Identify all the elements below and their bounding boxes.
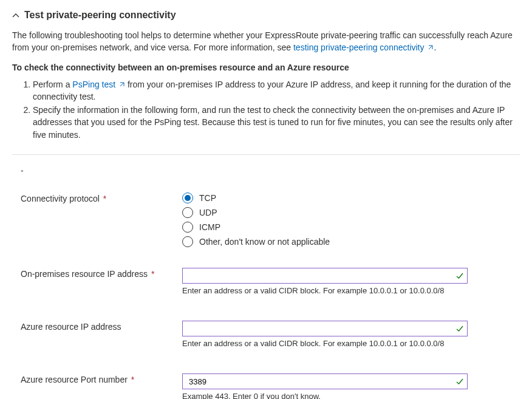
label-protocol: Connectivity protocol * <box>21 193 182 203</box>
radio-icmp[interactable]: ICMP <box>182 222 468 233</box>
row-protocol: Connectivity protocol * TCP UDP ICMP Oth… <box>21 193 511 251</box>
step-1: Perform a PsPing test from your on-premi… <box>33 78 520 103</box>
radio-icon <box>182 193 193 203</box>
section-header: Test private-peering connectivity <box>12 10 520 21</box>
intro-text-prefix: The following troubleshooting tool helps… <box>12 30 513 52</box>
row-azure-ip: Azure resource IP address Enter an addre… <box>21 321 511 348</box>
intro-text-suffix: . <box>434 43 436 52</box>
form-panel: - Connectivity protocol * TCP UDP ICMP O… <box>12 154 520 399</box>
intro-paragraph: The following troubleshooting tool helps… <box>12 29 520 54</box>
hint-onprem-ip: Enter an address or a valid CIDR block. … <box>182 286 468 295</box>
external-link-icon <box>428 41 434 47</box>
steps-list: Perform a PsPing test from your on-premi… <box>12 78 520 141</box>
row-azure-port: Azure resource Port number * Example 443… <box>21 373 511 399</box>
label-azure-port: Azure resource Port number * <box>21 373 182 384</box>
protocol-options: TCP UDP ICMP Other, don't know or not ap… <box>182 193 468 251</box>
radio-icon <box>182 207 193 218</box>
check-icon <box>455 271 464 280</box>
step-2: Specify the information in the following… <box>33 104 520 141</box>
radio-tcp[interactable]: TCP <box>182 193 468 203</box>
external-link-icon <box>119 78 125 84</box>
radio-other[interactable]: Other, don't know or not applicable <box>182 236 468 247</box>
hint-azure-ip: Enter an address or a valid CIDR block. … <box>182 339 468 348</box>
hint-azure-port: Example 443. Enter 0 if you don't know. <box>182 392 468 399</box>
onprem-ip-input[interactable] <box>182 268 468 284</box>
row-onprem-ip: On-premises resource IP address * Enter … <box>21 268 511 295</box>
radio-udp[interactable]: UDP <box>182 207 468 218</box>
collapse-indicator: - <box>21 166 511 176</box>
radio-icon <box>182 222 193 233</box>
check-subheading: To check the connectivity between an on-… <box>12 63 520 72</box>
chevron-up-icon[interactable] <box>12 12 19 19</box>
check-icon <box>455 324 464 333</box>
label-azure-ip: Azure resource IP address <box>21 321 182 332</box>
check-icon <box>455 377 464 386</box>
azure-ip-input[interactable] <box>182 321 468 336</box>
label-onprem-ip: On-premises resource IP address * <box>21 268 182 279</box>
radio-icon <box>182 236 193 247</box>
azure-port-input[interactable] <box>182 373 468 389</box>
link-psping[interactable]: PsPing test <box>72 80 125 89</box>
section-title: Test private-peering connectivity <box>24 10 176 21</box>
link-testing-connectivity[interactable]: testing private-peering connectivity <box>293 43 434 52</box>
